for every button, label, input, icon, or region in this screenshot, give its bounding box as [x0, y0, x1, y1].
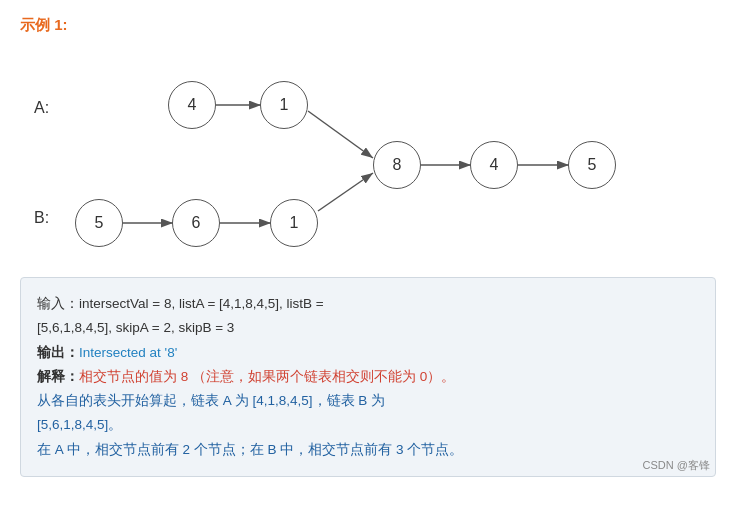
explanation3: 在 A 中，相交节点前有 2 个节点；在 B 中，相交节点前有 3 个节点。	[37, 442, 463, 457]
code-explanation2-line1: 从各自的表头开始算起，链表 A 为 [4,1,8,4,5]，链表 B 为	[37, 389, 699, 413]
node-b3: 1	[270, 199, 318, 247]
code-block: 输入：intersectVal = 8, listA = [4,1,8,4,5]…	[20, 277, 716, 477]
title-colon: :	[63, 16, 68, 33]
node-shared3: 5	[568, 141, 616, 189]
node-a1: 4	[168, 81, 216, 129]
watermark: CSDN @客锋	[643, 458, 710, 473]
explanation2-part2: [5,6,1,8,4,5]。	[37, 417, 122, 432]
node-shared2: 4	[470, 141, 518, 189]
node-b2: 6	[172, 199, 220, 247]
list-b-label: B:	[34, 209, 49, 227]
title-prefix: 示例	[20, 16, 54, 33]
svg-line-7	[318, 173, 373, 211]
page-wrapper: 示例 1: A: B: 4 1 8 4 5 5 6 1	[20, 16, 716, 477]
code-line-1: 输入：intersectVal = 8, listA = [4,1,8,4,5]…	[37, 292, 699, 316]
title-number: 1	[54, 16, 62, 33]
arrows-svg	[20, 51, 720, 261]
output-label: 输出：	[37, 345, 79, 360]
svg-line-2	[308, 111, 373, 158]
node-shared1: 8	[373, 141, 421, 189]
list-a-label: A:	[34, 99, 49, 117]
example-title: 示例 1:	[20, 16, 716, 35]
code-line-2: [5,6,1,8,4,5], skipA = 2, skipB = 3	[37, 316, 699, 340]
code-output-line: 输出：Intersected at '8'	[37, 341, 699, 365]
code-explanation3-line: 在 A 中，相交节点前有 2 个节点；在 B 中，相交节点前有 3 个节点。	[37, 438, 699, 462]
node-a2: 1	[260, 81, 308, 129]
node-b1: 5	[75, 199, 123, 247]
explanation2-part1: 从各自的表头开始算起，链表 A 为 [4,1,8,4,5]，链表 B 为	[37, 393, 385, 408]
diagram-area: A: B: 4 1 8 4 5 5 6 1	[20, 51, 720, 261]
code-explanation2-line2: [5,6,1,8,4,5]。	[37, 413, 699, 437]
explanation-label: 解释：	[37, 369, 79, 384]
output-value: Intersected at '8'	[79, 345, 177, 360]
code-explanation-label-line: 解释：相交节点的值为 8 （注意，如果两个链表相交则不能为 0）。	[37, 365, 699, 389]
explanation1: 相交节点的值为 8 （注意，如果两个链表相交则不能为 0）。	[79, 369, 455, 384]
